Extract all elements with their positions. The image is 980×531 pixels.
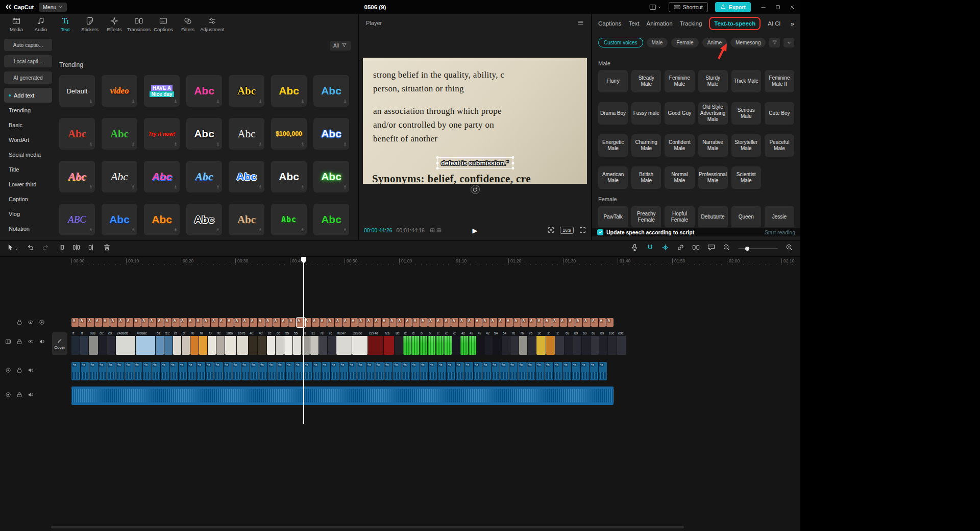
text-clip[interactable]: A <box>288 318 296 327</box>
text-template-card[interactable]: Abc <box>313 118 349 150</box>
chip-memesong[interactable]: Memesong <box>730 38 766 47</box>
text-clip[interactable]: A <box>529 318 536 327</box>
eye-icon[interactable] <box>28 339 34 345</box>
text-clip[interactable]: A <box>343 318 350 327</box>
voice-card-confident-male[interactable]: Confident Male <box>665 134 694 157</box>
audio-clip[interactable]: 4a <box>438 362 447 380</box>
video-clip[interactable]: 69 <box>565 330 573 355</box>
audio-clip[interactable]: 4a <box>313 362 322 380</box>
text-clip[interactable]: A <box>149 318 156 327</box>
text-template-card[interactable]: Default <box>59 75 95 107</box>
chip-custom-voices[interactable]: Custom voices <box>598 38 643 47</box>
text-clip[interactable]: A <box>250 318 257 327</box>
download-icon[interactable] <box>131 184 136 189</box>
audio-clip[interactable]: 4a <box>572 362 580 380</box>
text-template-card[interactable]: Abc <box>102 161 137 192</box>
video-clip[interactable]: e: <box>444 330 452 355</box>
zoom-slider[interactable] <box>738 248 778 249</box>
video-clip[interactable]: 42 <box>485 330 493 355</box>
text-clip[interactable]: A <box>389 318 397 327</box>
audio-clip[interactable]: 4a <box>464 362 473 380</box>
audio-clip[interactable]: 4a <box>197 362 205 380</box>
text-clip[interactable]: A <box>265 318 273 327</box>
video-clip[interactable]: b: <box>403 330 411 355</box>
audio-clip[interactable]: 4a <box>259 362 268 380</box>
video-clip[interactable]: 51: <box>164 330 173 355</box>
redo-tool[interactable] <box>42 244 50 253</box>
text-clip[interactable]: A <box>234 318 241 327</box>
text-clip[interactable]: A <box>420 318 427 327</box>
text-template-card[interactable]: Abc <box>229 75 264 107</box>
close-icon[interactable] <box>789 4 795 10</box>
download-icon[interactable] <box>88 227 93 232</box>
caption-bubble-button[interactable] <box>707 244 715 253</box>
voice-card-narrative-male[interactable]: Narrative Male <box>698 134 728 157</box>
audio-clip[interactable]: 4a <box>518 362 527 380</box>
text-clip[interactable]: A <box>521 318 528 327</box>
text-template-card[interactable]: Abc <box>313 75 349 107</box>
audio-clip[interactable]: 4a <box>188 362 197 380</box>
video-clip[interactable]: 42 <box>477 330 484 355</box>
caption-overlay[interactable]: defeat is submission." <box>437 157 513 168</box>
video-clip[interactable]: 69 <box>599 330 607 355</box>
text-clip[interactable]: A <box>459 318 466 327</box>
text-template-card[interactable]: Abc <box>271 75 307 107</box>
download-icon[interactable] <box>300 141 305 147</box>
audio-clip[interactable]: 4a <box>509 362 518 380</box>
lock-icon[interactable] <box>16 339 22 345</box>
audio-clip[interactable]: 4a <box>232 362 241 380</box>
voice-card-flurry[interactable]: Flurry <box>598 70 628 92</box>
sidebar-item-social-media[interactable]: Social media <box>4 147 52 162</box>
text-clip[interactable]: A <box>351 318 358 327</box>
text-clip[interactable]: A <box>552 318 559 327</box>
split-tool[interactable] <box>72 244 80 253</box>
video-clip[interactable]: 4fe8ac <box>136 330 155 355</box>
text-template-card[interactable]: Abc <box>229 161 264 192</box>
video-clip[interactable]: b: <box>420 330 427 355</box>
video-clip[interactable]: 55 <box>284 330 292 355</box>
video-clip[interactable]: ft <box>80 330 88 355</box>
text-clip[interactable]: A <box>273 318 280 327</box>
text-clip[interactable]: A <box>575 318 582 327</box>
text-template-card[interactable]: Try it now! <box>144 118 180 150</box>
record-icon[interactable] <box>39 319 45 325</box>
text-template-card[interactable]: video <box>102 75 137 107</box>
download-icon[interactable] <box>173 184 178 189</box>
snapshot-button[interactable] <box>548 227 554 234</box>
audio-clip[interactable]: 4a <box>89 362 98 380</box>
text-template-card[interactable]: Abc <box>144 161 180 192</box>
download-icon[interactable] <box>173 99 178 104</box>
download-icon[interactable] <box>258 227 263 232</box>
download-icon[interactable] <box>300 99 305 104</box>
audio-clip[interactable]: 4a <box>322 362 330 380</box>
text-clip[interactable]: A <box>195 318 203 327</box>
menu-button[interactable]: Menu <box>39 3 67 12</box>
video-clip[interactable]: 7e <box>328 330 336 355</box>
text-clip[interactable]: A <box>95 318 102 327</box>
text-template-card[interactable]: Abc <box>186 161 222 192</box>
video-clip[interactable]: e: <box>436 330 444 355</box>
voice-card-normal-male[interactable]: Normal Male <box>665 166 694 189</box>
video-clip[interactable]: c274d <box>368 330 383 355</box>
text-template-card[interactable]: Abc <box>102 204 137 235</box>
video-clip[interactable]: c0: <box>99 330 107 355</box>
audio-clip[interactable]: 4a <box>590 362 598 380</box>
audio-clip[interactable]: 4a <box>107 362 116 380</box>
download-icon[interactable] <box>131 227 136 232</box>
audio-clip[interactable]: 4a <box>599 362 607 380</box>
video-clip[interactable]: 7e <box>319 330 327 355</box>
video-clip[interactable]: 40: <box>249 330 257 355</box>
tool-tab-effects[interactable]: Effects <box>102 17 127 32</box>
download-icon[interactable] <box>342 141 348 147</box>
text-template-card[interactable]: Abc <box>59 161 95 192</box>
voice-card-debutante[interactable]: Debutante <box>698 206 728 227</box>
voice-card-preachy-female[interactable]: Preachy Female <box>631 206 661 227</box>
timeline-ruler[interactable]: 00:0000:1000:2000:3000:4000:5001:0001:10… <box>0 257 800 266</box>
tool-tab-text[interactable]: Text <box>53 17 78 32</box>
text-clip[interactable]: A <box>211 318 218 327</box>
download-icon[interactable] <box>215 141 220 147</box>
download-icon[interactable] <box>131 141 136 147</box>
lock-icon[interactable] <box>16 392 22 398</box>
lock-icon[interactable] <box>16 319 22 325</box>
video-preview[interactable]: strong belief in the quality, ability, c… <box>363 58 587 184</box>
